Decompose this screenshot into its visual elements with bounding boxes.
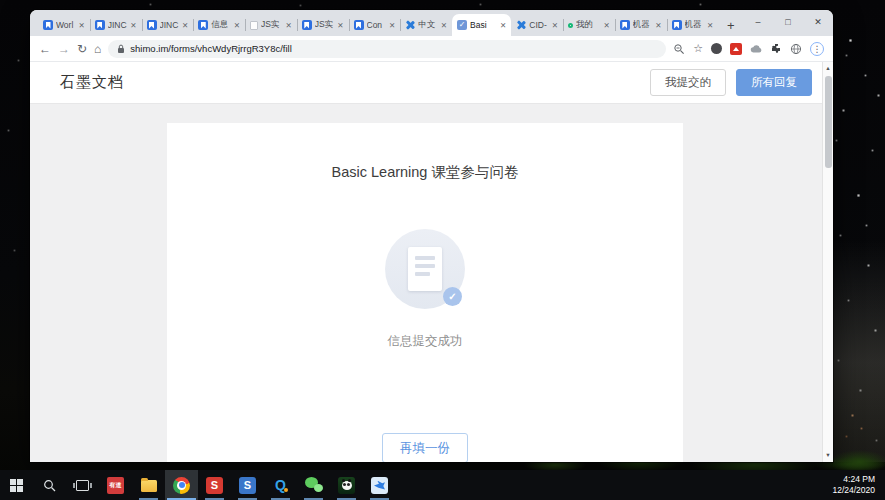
all-responses-button[interactable]: 所有回复 xyxy=(736,69,812,96)
globe-grid-icon[interactable] xyxy=(790,43,802,55)
tab-title: 信息 xyxy=(211,19,230,31)
taskbar-clock[interactable]: 4:24 PM 12/24/2020 xyxy=(832,470,885,500)
maximize-button[interactable]: □ xyxy=(773,10,803,34)
browser-tab[interactable]: JS实 ✕ xyxy=(297,14,349,36)
form-check-favicon xyxy=(457,20,467,30)
extension-circle-icon[interactable] xyxy=(711,43,722,54)
my-submissions-button[interactable]: 我提交的 xyxy=(650,69,726,96)
taskbar-search-button[interactable] xyxy=(33,470,66,500)
refill-form-button[interactable]: 再填一份 xyxy=(382,433,468,462)
tab-title: JS实 xyxy=(315,19,334,31)
q-app-icon: Q xyxy=(275,478,286,492)
tab-close-icon[interactable]: ✕ xyxy=(500,21,506,30)
tab-close-icon[interactable]: ✕ xyxy=(234,21,240,30)
success-illustration: ✓ xyxy=(385,229,465,309)
tab-title: CID- xyxy=(529,20,548,30)
puzzle-extensions-icon[interactable] xyxy=(771,43,782,54)
reload-icon[interactable]: ↻ xyxy=(77,43,87,55)
wallpaper-vegetation xyxy=(833,438,885,470)
minimize-button[interactable]: – xyxy=(743,10,773,34)
doc-line xyxy=(415,264,435,268)
new-tab-button[interactable]: + xyxy=(718,14,743,36)
browser-tab[interactable]: JINC ✕ xyxy=(90,14,142,36)
scrollbar-thumb[interactable] xyxy=(825,76,832,168)
form-card: Basic Learning 课堂参与问卷 ✓ 信息提交成功 再填一份 xyxy=(167,123,683,462)
green-ring-favicon xyxy=(568,23,573,28)
browser-tab[interactable]: 中文 ✕ xyxy=(400,14,452,36)
browser-tab[interactable]: Con ✕ xyxy=(349,14,401,36)
x-app-favicon xyxy=(405,20,415,30)
tab-close-icon[interactable]: ✕ xyxy=(441,21,447,30)
success-check-icon: ✓ xyxy=(443,287,462,306)
taskbar-item-app-s-blue[interactable]: S xyxy=(231,470,264,500)
tab-close-icon[interactable]: ✕ xyxy=(182,21,188,30)
clock-time: 4:24 PM xyxy=(843,474,875,485)
browser-window: Worl ✕ JINC ✕ JINC ✕ 信息 ✕ JS实 ✕ JS实 ✕ xyxy=(30,10,833,462)
tab-close-icon[interactable]: ✕ xyxy=(655,21,661,30)
tab-close-icon[interactable]: ✕ xyxy=(604,21,610,30)
browser-tab[interactable]: JINC ✕ xyxy=(142,14,194,36)
search-icon xyxy=(43,479,56,492)
scroll-down-icon[interactable]: ▼ xyxy=(825,449,830,463)
wallpaper-stars xyxy=(0,0,1,1)
document-sheet-icon xyxy=(408,247,442,291)
document-favicon xyxy=(250,21,258,30)
tab-title: 机器 xyxy=(633,19,652,31)
home-icon[interactable]: ⌂ xyxy=(94,43,101,55)
taskbar-item-app-s-red[interactable]: S xyxy=(198,470,231,500)
shimo-favicon xyxy=(198,20,208,30)
tab-close-icon[interactable]: ✕ xyxy=(389,21,395,30)
shimo-favicon xyxy=(620,20,630,30)
browser-tab[interactable]: Worl ✕ xyxy=(38,14,90,36)
toolbar-right-icons: ☆ ⋮ xyxy=(673,42,824,56)
page-scrollbar[interactable]: ▲ ▼ xyxy=(822,62,833,462)
tab-close-icon[interactable]: ✕ xyxy=(285,21,291,30)
back-icon[interactable]: ← xyxy=(39,43,51,55)
browser-tab[interactable]: 机器 ✕ xyxy=(615,14,667,36)
wechat-icon xyxy=(305,477,323,493)
form-page-body: Basic Learning 课堂参与问卷 ✓ 信息提交成功 再填一份 xyxy=(30,105,822,462)
browser-tab[interactable]: 我的 ✕ xyxy=(563,14,615,36)
chrome-menu-icon[interactable]: ⋮ xyxy=(810,42,824,56)
forward-icon[interactable]: → xyxy=(58,43,70,55)
taskbar-item-q-app[interactable]: Q xyxy=(264,470,297,500)
tab-title: Con xyxy=(367,20,386,30)
cloud-icon[interactable] xyxy=(750,44,763,54)
browser-tab[interactable]: JS实 ✕ xyxy=(245,14,297,36)
page-content: 石墨文档 我提交的 所有回复 Basic Learning 课堂参与问卷 ✓ 信… xyxy=(30,62,833,462)
tab-title: 我的 xyxy=(576,19,600,31)
browser-tab[interactable]: 机器 ✕ xyxy=(667,14,719,36)
close-button[interactable]: ✕ xyxy=(803,10,833,34)
bookmark-star-icon[interactable]: ☆ xyxy=(693,43,703,54)
zoom-icon[interactable] xyxy=(673,43,685,55)
taskbar-item-bird-app[interactable] xyxy=(363,470,396,500)
browser-tab-active[interactable]: Basi ✕ xyxy=(452,14,511,36)
chrome-icon xyxy=(173,477,190,494)
taskbar-item-panda-app[interactable] xyxy=(330,470,363,500)
window-controls: – □ ✕ xyxy=(743,10,833,34)
taskbar-item-chrome[interactable] xyxy=(165,470,198,500)
tab-close-icon[interactable]: ✕ xyxy=(130,21,136,30)
success-message: 信息提交成功 xyxy=(388,333,463,350)
task-view-button[interactable] xyxy=(66,470,99,500)
tab-close-icon[interactable]: ✕ xyxy=(337,21,343,30)
tab-title: Basi xyxy=(470,20,497,30)
tab-close-icon[interactable]: ✕ xyxy=(78,21,84,30)
youdao-icon: 有道 xyxy=(107,477,124,494)
adobe-pdf-icon[interactable] xyxy=(730,43,742,55)
browser-tab[interactable]: CID- ✕ xyxy=(511,14,563,36)
start-button[interactable] xyxy=(0,470,33,500)
tab-title: JINC xyxy=(160,20,179,30)
blue-s-app-icon: S xyxy=(239,477,256,494)
red-s-app-icon: S xyxy=(206,477,223,494)
browser-tab[interactable]: 信息 ✕ xyxy=(193,14,245,36)
tab-close-icon[interactable]: ✕ xyxy=(707,21,713,30)
taskbar-item-wechat[interactable] xyxy=(297,470,330,500)
taskbar-item-explorer[interactable] xyxy=(132,470,165,500)
taskbar-item-youdao[interactable]: 有道 xyxy=(99,470,132,500)
address-bar[interactable]: shimo.im/forms/vhcWdyRjrrgR3Y8c/fill xyxy=(108,40,666,58)
tab-close-icon[interactable]: ✕ xyxy=(552,21,558,30)
tab-title: JS实 xyxy=(261,19,282,31)
bird-app-icon xyxy=(371,477,388,494)
scroll-up-icon[interactable]: ▲ xyxy=(825,62,830,76)
